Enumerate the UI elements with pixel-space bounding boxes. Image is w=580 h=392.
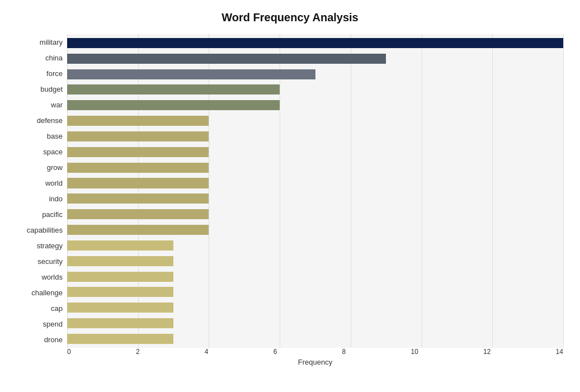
y-label: indo (49, 195, 63, 202)
y-label: pacific (42, 211, 63, 218)
y-label: spend (43, 320, 63, 328)
bar (67, 209, 209, 219)
bar (67, 272, 173, 282)
y-label: military (40, 39, 63, 46)
y-label: worlds (41, 273, 63, 281)
grid-line (563, 34, 564, 348)
bar-row (67, 51, 563, 67)
x-label: 8 (342, 348, 346, 356)
bar-row (67, 35, 563, 51)
bar (67, 84, 280, 95)
bar (67, 131, 209, 141)
bar-row (67, 67, 563, 82)
bar (67, 240, 173, 251)
y-label: challenge (31, 289, 63, 296)
bar (67, 147, 209, 157)
bar (67, 178, 209, 188)
y-label: security (37, 258, 63, 265)
y-label: capabilities (27, 226, 63, 234)
bar-row (67, 269, 563, 285)
bar (67, 256, 173, 266)
bar (67, 116, 209, 126)
bar-row (67, 191, 563, 206)
bar-row (67, 97, 563, 113)
bar (67, 38, 563, 48)
y-axis-labels: militarychinaforcebudgetwardefensebasesp… (17, 34, 67, 348)
bar-row (67, 113, 563, 129)
bar-row (67, 331, 563, 347)
bars-section (67, 34, 563, 348)
bars-container (67, 34, 563, 348)
bar-row (67, 285, 563, 300)
bar-row (67, 253, 563, 269)
x-axis-labels: 02468101214 (67, 348, 563, 356)
y-label: china (45, 54, 63, 62)
bar (67, 100, 280, 110)
y-label: war (51, 101, 63, 108)
y-label: base (47, 133, 63, 140)
grid-and-bars (67, 34, 563, 348)
bar (67, 193, 209, 204)
bar (67, 69, 315, 79)
bar (67, 163, 209, 173)
x-label: 0 (67, 348, 71, 356)
y-label: force (46, 70, 63, 77)
bar-row (67, 238, 563, 253)
x-label: 14 (556, 348, 563, 356)
bar-row (67, 160, 563, 176)
bar (67, 334, 173, 344)
x-label: 2 (136, 348, 140, 356)
y-label: drone (44, 336, 63, 343)
bar (67, 54, 386, 64)
bar (67, 225, 209, 235)
y-label: strategy (37, 242, 63, 249)
chart-area: militarychinaforcebudgetwardefensebasesp… (17, 34, 563, 348)
chart-container: Word Frequency Analysis militarychinafor… (0, 0, 580, 392)
bar-row (67, 222, 563, 238)
x-label: 4 (205, 348, 209, 356)
bar (67, 287, 173, 297)
bar-row (67, 315, 563, 331)
bar-row (67, 206, 563, 222)
y-label: cap (51, 305, 63, 312)
bar-row (67, 82, 563, 98)
bar-row (67, 300, 563, 315)
chart-title: Word Frequency Analysis (17, 11, 563, 24)
y-label: space (43, 148, 63, 155)
bar-row (67, 129, 563, 144)
y-label: world (45, 180, 63, 187)
bar-row (67, 176, 563, 191)
bar-row (67, 144, 563, 160)
x-label: 12 (483, 348, 491, 356)
bar (67, 318, 173, 328)
y-label: grow (47, 164, 63, 171)
bottom-section: 02468101214 Frequency (67, 348, 563, 366)
x-label: 6 (274, 348, 277, 356)
bar (67, 303, 173, 313)
y-label: budget (40, 86, 63, 93)
y-label: defense (37, 117, 63, 124)
x-axis-title: Frequency (67, 358, 563, 366)
x-label: 10 (411, 348, 418, 356)
